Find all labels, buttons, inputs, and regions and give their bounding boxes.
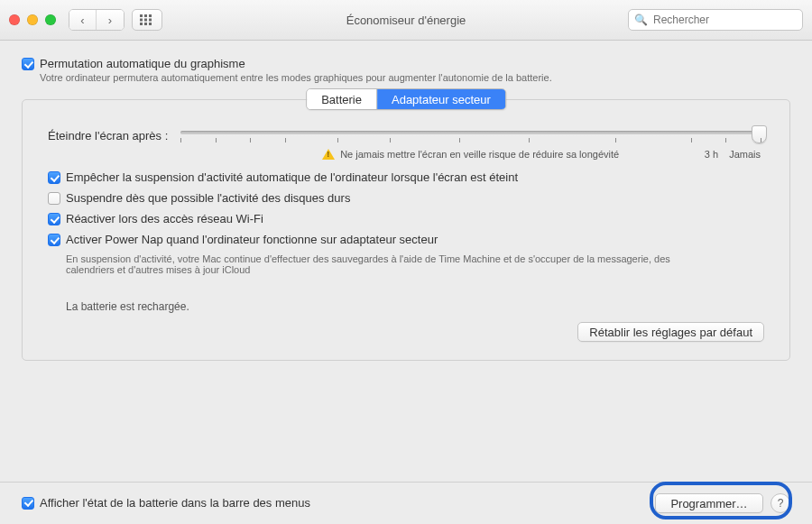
search-icon: 🔍	[634, 14, 648, 26]
search-input[interactable]	[651, 13, 797, 27]
search-field[interactable]: 🔍	[628, 9, 803, 31]
nav-back-forward: ‹ ›	[69, 9, 125, 31]
minimize-window-button[interactable]	[27, 14, 38, 25]
display-sleep-row: Éteindre l'écran après : Ne jamais mettr…	[48, 131, 764, 160]
zoom-window-button[interactable]	[45, 14, 56, 25]
restore-defaults-wrap: Rétablir les réglages par défaut	[48, 322, 764, 342]
tab-adapter[interactable]: Adaptateur secteur	[377, 89, 505, 109]
auto-graphics-description: Votre ordinateur permutera automatiqueme…	[40, 72, 790, 83]
options-list: Empêcher la suspension d'activité automa…	[48, 170, 764, 275]
tick-never: Jamais	[729, 149, 761, 160]
window-controls	[9, 14, 56, 25]
tick-3h: 3 h	[705, 149, 718, 160]
prevent-sleep-label: Empêcher la suspension d'activité automa…	[66, 170, 518, 184]
power-nap-checkbox[interactable]	[48, 234, 60, 246]
titlebar: ‹ › Économiseur d'énergie 🔍	[0, 0, 812, 41]
show-all-preferences-button[interactable]	[132, 9, 162, 31]
svg-rect-7	[144, 23, 147, 25]
tab-battery[interactable]: Batterie	[307, 89, 377, 109]
grid-icon	[140, 14, 154, 25]
schedule-button[interactable]: Programmer…	[655, 493, 763, 513]
svg-rect-0	[140, 14, 143, 17]
wake-wifi-row: Réactiver lors des accès réseau Wi-Fi	[48, 212, 764, 225]
display-sleep-label: Éteindre l'écran après :	[48, 129, 168, 142]
disk-sleep-label: Suspendre dès que possible l'activité de…	[66, 191, 350, 205]
window-title: Économiseur d'énergie	[346, 14, 466, 27]
prevent-sleep-row: Empêcher la suspension d'activité automa…	[48, 170, 764, 184]
svg-rect-6	[140, 23, 143, 25]
prevent-sleep-checkbox[interactable]	[48, 171, 60, 184]
slider-ticks	[180, 138, 761, 143]
battery-status: La batterie est rechargée.	[66, 300, 764, 313]
help-button[interactable]: ?	[770, 493, 790, 513]
forward-button[interactable]: ›	[97, 10, 124, 30]
svg-rect-2	[149, 14, 152, 17]
slider-warning-text: Ne jamais mettre l'écran en veille risqu…	[340, 149, 619, 160]
auto-graphics-label: Permutation automatique du graphisme	[40, 57, 245, 70]
slider-warning-row: Ne jamais mettre l'écran en veille risqu…	[180, 149, 761, 160]
svg-rect-4	[144, 19, 147, 22]
power-nap-label: Activer Power Nap quand l'ordinateur fon…	[66, 233, 438, 246]
power-nap-description: En suspension d'activité, votre Mac cont…	[66, 253, 697, 275]
show-battery-menu-label: Afficher l'état de la batterie dans la b…	[40, 496, 310, 510]
slider-track	[180, 131, 761, 134]
power-nap-row: Activer Power Nap quand l'ordinateur fon…	[48, 233, 764, 246]
auto-graphics-checkbox[interactable]	[22, 58, 34, 70]
power-settings-panel: Batterie Adaptateur secteur Éteindre l'é…	[22, 99, 790, 361]
back-button[interactable]: ‹	[69, 10, 97, 30]
show-battery-menu-checkbox[interactable]	[22, 497, 34, 510]
disk-sleep-checkbox[interactable]	[48, 192, 60, 205]
auto-graphics-row: Permutation automatique du graphisme	[22, 57, 790, 70]
power-source-tabs: Batterie Adaptateur secteur	[306, 88, 506, 110]
show-battery-menu-row: Afficher l'état de la batterie dans la b…	[22, 496, 310, 510]
wake-wifi-label: Réactiver lors des accès réseau Wi-Fi	[66, 212, 263, 225]
display-sleep-slider[interactable]: Ne jamais mettre l'écran en veille risqu…	[180, 131, 764, 160]
preference-content: Permutation automatique du graphisme Vot…	[0, 41, 812, 373]
warning-icon	[322, 149, 335, 160]
restore-defaults-button[interactable]: Rétablir les réglages par défaut	[577, 322, 764, 342]
footer: Afficher l'état de la batterie dans la b…	[0, 482, 812, 524]
svg-rect-5	[149, 19, 152, 22]
wake-wifi-checkbox[interactable]	[48, 213, 60, 225]
slider-tick-labels: 3 h Jamais	[705, 149, 761, 160]
svg-rect-1	[144, 14, 147, 17]
close-window-button[interactable]	[9, 14, 20, 25]
svg-rect-3	[140, 19, 143, 22]
svg-rect-8	[149, 23, 152, 25]
disk-sleep-row: Suspendre dès que possible l'activité de…	[48, 191, 764, 205]
